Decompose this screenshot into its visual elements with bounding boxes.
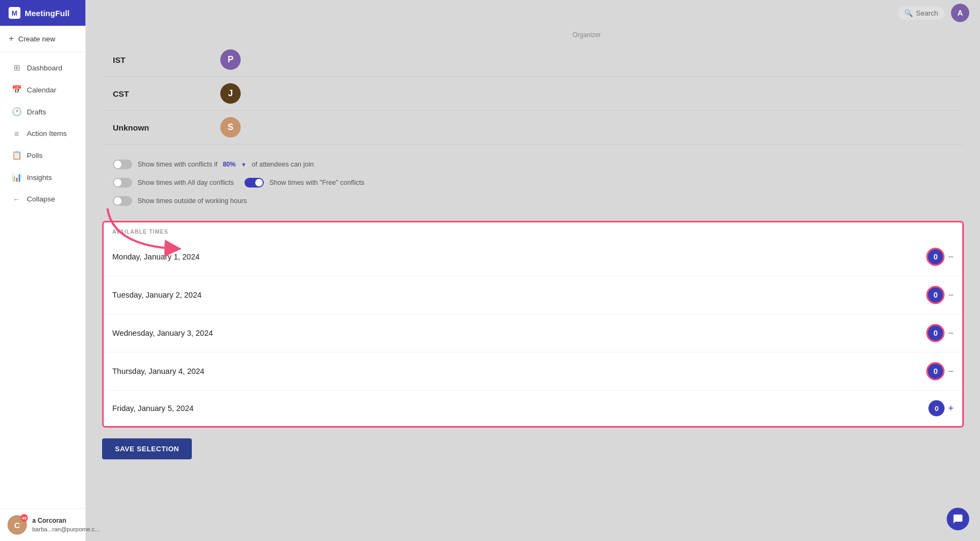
insights-icon: 📊 <box>12 172 21 182</box>
logo-icon: M <box>9 7 20 19</box>
organizer-label: Organizer <box>102 31 964 39</box>
calendar-icon: 📅 <box>12 85 21 95</box>
collapse-icon: ← <box>12 194 21 204</box>
app-name: MeetingFull <box>25 9 69 18</box>
create-new-label: Create new <box>18 35 55 43</box>
toggle-label-conflicts: Show times with conflicts if <box>138 161 218 168</box>
date-row-right-3: 0 − <box>926 362 954 380</box>
toggles-section: Show times with conflicts if 80% ▼ of at… <box>102 150 964 215</box>
main-content: 🔍 Search A Organizer IST P CST J Unknown… <box>86 0 980 541</box>
decrement-3[interactable]: − <box>948 366 954 376</box>
sidebar-item-calendar[interactable]: 📅 Calendar <box>3 79 82 100</box>
date-row-right-1: 0 − <box>926 286 954 304</box>
sidebar-item-label: Dashboard <box>27 64 62 72</box>
date-row-3: Thursday, January 4, 2024 0 − <box>104 352 962 391</box>
date-label-2: Wednesday, January 3, 2024 <box>112 329 213 337</box>
decrement-0[interactable]: − <box>948 252 954 262</box>
organizer-row-ist: IST P <box>102 43 964 77</box>
increment-4[interactable]: + <box>948 403 954 413</box>
toggle-row-conflicts: Show times with conflicts if 80% ▼ of at… <box>113 155 953 174</box>
date-label-0: Monday, January 1, 2024 <box>112 253 200 261</box>
create-new-button[interactable]: + Create new <box>0 26 85 52</box>
app-logo[interactable]: M MeetingFull <box>0 0 85 26</box>
search-label: Search <box>916 9 938 17</box>
date-row-right-4: 0 + <box>928 400 954 416</box>
count-badge-4[interactable]: 0 <box>928 400 945 416</box>
conflict-percent: 80% <box>223 161 236 168</box>
sidebar-item-label: Drafts <box>27 108 46 116</box>
grid-icon: ⊞ <box>12 63 21 73</box>
search-icon: 🔍 <box>904 9 913 17</box>
percent-chevron[interactable]: ▼ <box>241 162 247 168</box>
toggle-row-allday: Show times with All day conflicts Show t… <box>113 174 953 192</box>
date-row-1: Tuesday, January 2, 2024 0 − <box>104 276 962 314</box>
notification-badge: 40 <box>20 514 28 522</box>
organizer-row-unknown: Unknown S <box>102 111 964 145</box>
sidebar-footer: C 40 a Corcoran barba...ran@purpome.c... <box>0 508 85 541</box>
organizer-section: Organizer IST P CST J Unknown S <box>102 26 964 150</box>
search-bar[interactable]: 🔍 Search <box>898 6 945 20</box>
date-row-right-2: 0 − <box>926 324 954 342</box>
sidebar-item-drafts[interactable]: 🕐 Drafts <box>3 101 82 122</box>
sidebar-item-label: Action Items <box>27 129 67 138</box>
toggle-free-conflicts[interactable] <box>244 178 264 187</box>
sidebar-item-dashboard[interactable]: ⊞ Dashboard <box>3 57 82 78</box>
date-label-4: Friday, January 5, 2024 <box>112 404 193 413</box>
sidebar-item-label: Insights <box>27 174 52 182</box>
polls-icon: 📋 <box>12 150 21 160</box>
sidebar-item-label: Calendar <box>27 86 56 94</box>
organizer-name-unknown: Unknown <box>113 123 220 132</box>
toggle-row-workinghours: Show times outside of working hours <box>113 192 953 210</box>
plus-icon: + <box>9 33 14 44</box>
toggle-label-free: Show times with "Free" conflicts <box>269 179 364 186</box>
topbar: 🔍 Search A <box>86 0 980 26</box>
date-row-2: Wednesday, January 3, 2024 0 − <box>104 314 962 352</box>
organizer-name-ist: IST <box>113 55 220 64</box>
decrement-1[interactable]: − <box>948 290 954 300</box>
user-name: a Corcoran <box>32 516 100 525</box>
list-icon: ≡ <box>12 129 21 138</box>
user-email: barba...ran@purpome.c... <box>32 525 100 533</box>
sidebar-collapse-button[interactable]: ← Collapse <box>3 189 82 210</box>
toggle-label-allday: Show times with All day conflicts <box>138 179 234 186</box>
sidebar: M MeetingFull + Create new ⊞ Dashboard 📅… <box>0 0 86 541</box>
count-badge-0[interactable]: 0 <box>926 248 945 266</box>
toggle-label-working: Show times outside of working hours <box>138 197 247 205</box>
date-row-right-0: 0 − <box>926 248 954 266</box>
chat-button[interactable] <box>947 508 969 530</box>
user-info: a Corcoran barba...ran@purpome.c... <box>32 516 100 533</box>
chat-icon <box>953 514 963 524</box>
toggle-conflicts[interactable] <box>113 160 132 169</box>
organizer-row-cst: CST J <box>102 77 964 111</box>
sidebar-item-label: Polls <box>27 152 42 160</box>
decrement-2[interactable]: − <box>948 328 954 338</box>
available-times-box: AVAILABLE TIMES Monday, January 1, 2024 … <box>102 221 964 428</box>
organizer-name-cst: CST <box>113 89 220 98</box>
sidebar-nav: ⊞ Dashboard 📅 Calendar 🕐 Drafts ≡ Action… <box>0 52 85 508</box>
toggle-working-hours[interactable] <box>113 196 132 206</box>
organizer-avatar-unknown: S <box>220 117 241 138</box>
organizer-avatar-cst: J <box>220 83 241 104</box>
available-times-label: AVAILABLE TIMES <box>104 222 962 238</box>
toggle-allday[interactable] <box>113 178 132 187</box>
toggle-label-attendees: of attendees can join <box>252 161 314 168</box>
topbar-user-avatar[interactable]: A <box>951 4 969 22</box>
collapse-label: Collapse <box>27 195 55 203</box>
save-selection-button[interactable]: SAVE SELECTION <box>102 438 192 459</box>
sidebar-item-polls[interactable]: 📋 Polls <box>3 145 82 166</box>
sidebar-item-insights[interactable]: 📊 Insights <box>3 167 82 188</box>
sidebar-item-action-items[interactable]: ≡ Action Items <box>3 123 82 144</box>
organizer-avatar-ist: P <box>220 49 241 70</box>
count-badge-3[interactable]: 0 <box>926 362 945 380</box>
date-label-1: Tuesday, January 2, 2024 <box>112 291 201 299</box>
avatar-wrapper: C 40 <box>8 515 27 535</box>
count-badge-2[interactable]: 0 <box>926 324 945 342</box>
date-row-0: Monday, January 1, 2024 0 − <box>104 238 962 276</box>
date-row-4: Friday, January 5, 2024 0 + <box>104 391 962 426</box>
date-label-3: Thursday, January 4, 2024 <box>112 367 204 376</box>
content-area: Organizer IST P CST J Unknown S Show tim… <box>86 26 980 541</box>
count-badge-1[interactable]: 0 <box>926 286 945 304</box>
drafts-icon: 🕐 <box>12 107 21 117</box>
